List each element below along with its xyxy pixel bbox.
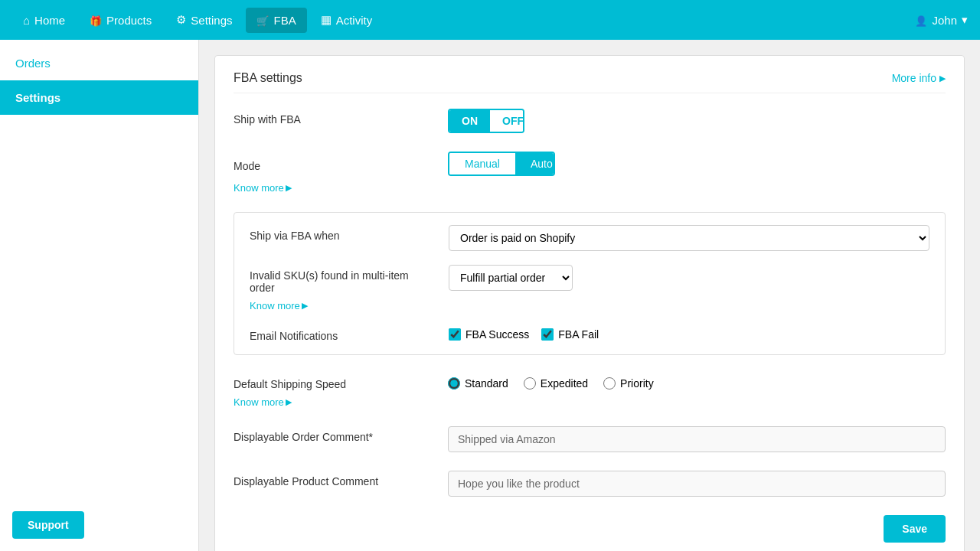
toggle-on-button[interactable]: ON — [449, 110, 490, 132]
email-notifications-row: Email Notifications FBA Success FBA Fail — [250, 325, 929, 342]
save-row: Save — [234, 515, 946, 543]
order-comment-label: Displayable Order Comment* — [234, 426, 433, 443]
fba-fail-label: FBA Fail — [558, 328, 599, 341]
shipping-standard-item[interactable]: Standard — [448, 377, 508, 390]
order-comment-row: Displayable Order Comment* — [234, 426, 946, 452]
invalid-sku-know-more-link[interactable]: Know more — [250, 300, 308, 311]
ship-when-row: Ship via FBA when Order is paid on Shopi… — [250, 225, 929, 251]
user-name: John — [932, 14, 957, 27]
more-info-link[interactable]: More info — [892, 72, 946, 84]
ship-when-select[interactable]: Order is paid on Shopify Order is create… — [449, 225, 929, 251]
navbar: Home Products Settings FBA Activity John — [0, 0, 980, 40]
sidebar-item-orders[interactable]: Orders — [0, 46, 198, 80]
nav-settings-label: Settings — [191, 14, 232, 27]
mode-toggle-group: Manual Auto — [448, 152, 555, 176]
mode-know-more-link[interactable]: Know more — [234, 182, 292, 194]
shipping-speed-row: Default Shipping Speed Standard Expedite… — [234, 373, 946, 408]
shipping-priority-item[interactable]: Priority — [603, 377, 654, 390]
shipping-know-more-link[interactable]: Know more — [234, 396, 292, 408]
shipping-priority-label: Priority — [620, 377, 654, 390]
nav-fba-label: FBA — [273, 14, 296, 27]
ship-toggle-group: ON OFF — [448, 109, 524, 133]
sidebar: Orders Settings — [0, 40, 199, 551]
toggle-off-button[interactable]: OFF — [490, 110, 524, 132]
home-icon — [23, 14, 30, 27]
shipping-speed-control: Standard Expedited Priority — [448, 374, 654, 390]
nav-item-fba[interactable]: FBA — [246, 8, 306, 33]
save-button[interactable]: Save — [884, 515, 946, 543]
support-button[interactable]: Support — [12, 511, 84, 539]
card-title: FBA settings — [234, 71, 302, 85]
fba-success-checkbox[interactable] — [449, 328, 461, 341]
mode-label: Mode — [234, 155, 433, 172]
invalid-sku-row: Invalid SKU(s) found in multi-item order… — [250, 265, 929, 311]
shipping-priority-radio[interactable] — [603, 377, 616, 390]
fba-success-label: FBA Success — [466, 328, 529, 341]
sidebar-settings-label: Settings — [15, 91, 60, 104]
invalid-sku-control: Fulfill partial order Cancel entire orde… — [449, 265, 573, 291]
nav-activity-label: Activity — [336, 14, 373, 27]
card-header: FBA settings More info — [234, 71, 946, 93]
user-menu[interactable]: John — [915, 13, 968, 27]
product-comment-input[interactable] — [448, 471, 946, 497]
product-comment-control — [448, 471, 946, 497]
sidebar-item-settings[interactable]: Settings — [0, 80, 198, 115]
nav-item-home[interactable]: Home — [12, 8, 76, 33]
fba-settings-card: FBA settings More info Ship with FBA ON … — [214, 55, 965, 551]
ship-with-fba-label: Ship with FBA — [234, 109, 433, 126]
shipping-expedited-item[interactable]: Expedited — [524, 377, 588, 390]
nav-item-activity[interactable]: Activity — [310, 7, 384, 33]
ship-when-control: Order is paid on Shopify Order is create… — [449, 225, 929, 251]
shipping-speed-label: Default Shipping Speed — [234, 373, 433, 390]
email-notifications-label: Email Notifications — [250, 325, 433, 342]
mode-control: Manual Auto — [448, 152, 555, 176]
email-notifications-control: FBA Success FBA Fail — [449, 325, 599, 341]
shipping-expedited-label: Expedited — [541, 377, 588, 390]
ship-when-label: Ship via FBA when — [250, 225, 433, 242]
order-comment-control — [448, 426, 946, 452]
activity-icon — [321, 13, 332, 27]
sidebar-orders-label: Orders — [15, 57, 51, 70]
fba-fail-checkbox[interactable] — [541, 328, 554, 341]
invalid-sku-label: Invalid SKU(s) found in multi-item order — [250, 265, 433, 294]
fba-success-checkbox-item[interactable]: FBA Success — [449, 328, 529, 341]
product-comment-label: Displayable Product Comment — [234, 471, 433, 487]
fba-icon — [256, 14, 269, 27]
shipping-standard-radio[interactable] — [448, 377, 460, 390]
nav-home-label: Home — [34, 14, 65, 27]
nav-products-label: Products — [106, 14, 152, 27]
order-comment-input[interactable] — [448, 426, 946, 452]
inner-panel: Ship via FBA when Order is paid on Shopi… — [234, 212, 946, 355]
mode-auto-button[interactable]: Auto — [515, 153, 555, 174]
layout: Orders Settings FBA settings More info S… — [0, 40, 980, 551]
settings-icon — [176, 13, 186, 27]
nav-items: Home Products Settings FBA Activity — [12, 7, 915, 33]
user-icon — [915, 14, 927, 27]
main-content: FBA settings More info Ship with FBA ON … — [199, 40, 980, 551]
nav-item-settings[interactable]: Settings — [165, 7, 243, 33]
mode-manual-button[interactable]: Manual — [449, 153, 515, 174]
product-comment-row: Displayable Product Comment — [234, 471, 946, 497]
nav-item-products[interactable]: Products — [79, 8, 162, 33]
shipping-standard-label: Standard — [465, 377, 508, 390]
fba-fail-checkbox-item[interactable]: FBA Fail — [541, 328, 599, 341]
ship-with-fba-control: ON OFF — [448, 109, 946, 133]
shipping-expedited-radio[interactable] — [524, 377, 536, 390]
invalid-sku-select[interactable]: Fulfill partial order Cancel entire orde… — [449, 265, 573, 291]
products-icon — [90, 14, 102, 27]
mode-row: Mode Manual Auto Know more — [234, 152, 946, 194]
ship-with-fba-row: Ship with FBA ON OFF — [234, 109, 946, 133]
